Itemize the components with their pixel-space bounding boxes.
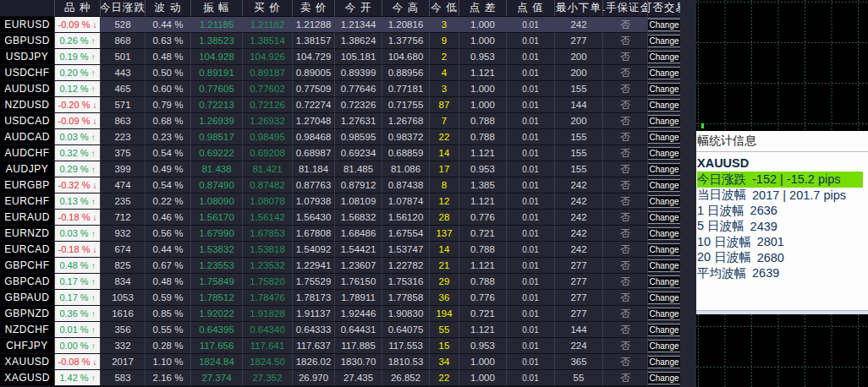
margin-cell: 55	[555, 370, 603, 386]
table-row[interactable]: USDCHF 0.20 %↑ 443 0.50 % 0.89191 0.8918…	[0, 65, 680, 81]
change-chart-button[interactable]: Change	[648, 324, 680, 336]
change-chart-button[interactable]: Change	[648, 259, 680, 272]
trend-arrow-icon: ↑	[91, 277, 96, 286]
table-row[interactable]: GBPCHF 0.48 %↑ 825 0.67 % 1.23553 1.2353…	[0, 258, 680, 274]
kline-cell: Change	[648, 226, 680, 242]
tradeable-cell: 否	[603, 226, 648, 242]
tradeable-cell: 否	[603, 306, 648, 322]
spread-cell: 87	[430, 97, 459, 113]
kline-cell: Change	[648, 161, 680, 177]
stat-label: 10 日波幅	[697, 234, 751, 250]
min-order-cell: 0.01	[507, 177, 555, 194]
high-cell: 0.89399	[335, 65, 382, 81]
spread-cell: 22	[430, 370, 459, 386]
margin-cell: 155	[555, 145, 603, 161]
high-cell: 27.435	[335, 370, 382, 386]
spread-cell: 17	[430, 161, 459, 177]
change-chart-button[interactable]: Change	[648, 275, 680, 288]
change-chart-button[interactable]: Change	[648, 99, 680, 112]
min-order-cell: 0.01	[507, 33, 555, 49]
change-chart-button[interactable]: Change	[648, 292, 680, 304]
table-row[interactable]: EURUSD -0.09 %↓ 528 0.44 % 1.21185 1.211…	[0, 17, 680, 33]
ask-price-cell: 0.69208	[243, 145, 293, 161]
bid-price-cell: 1.08090	[191, 194, 243, 210]
min-order-cell: 0.01	[507, 338, 555, 354]
margin-cell: 277	[555, 258, 603, 274]
change-chart-button[interactable]: Change	[648, 51, 680, 63]
change-value: 0.00 %	[59, 341, 88, 351]
trend-arrow-icon: ↑	[91, 165, 96, 174]
change-chart-button[interactable]: Change	[648, 19, 680, 31]
table-row[interactable]: NZDUSD -0.20 %↓ 571 0.79 % 0.72213 0.721…	[0, 97, 680, 113]
amplitude-cell: 0.50 %	[146, 65, 191, 81]
change-chart-button[interactable]: Change	[648, 147, 680, 160]
ask-price-cell: 0.89187	[243, 65, 293, 81]
change-chart-button[interactable]: Change	[648, 67, 680, 79]
table-row[interactable]: GBPCAD 0.17 %↑ 834 0.48 % 1.75849 1.7582…	[0, 274, 680, 290]
tradeable-cell: 否	[603, 129, 648, 145]
change-chart-button[interactable]: Change	[648, 179, 680, 192]
spread-cell: 28	[430, 210, 459, 226]
table-row[interactable]: USDJPY 0.19 %↑ 501 0.48 % 104.928 104.92…	[0, 49, 680, 65]
amplitude-cell: 0.59 %	[146, 290, 191, 306]
change-chart-button[interactable]: Change	[648, 243, 680, 256]
tradeable-cell: 否	[603, 177, 648, 194]
tradeable-cell: 否	[603, 81, 648, 97]
low-cell: 1.56120	[382, 210, 430, 226]
table-row[interactable]: EURGBP -0.32 %↓ 474 0.54 % 0.87490 0.874…	[0, 177, 680, 194]
change-chart-button[interactable]: Change	[648, 115, 680, 128]
table-row[interactable]: GBPNZD 0.36 %↑ 1616 0.85 % 1.92022 1.918…	[0, 306, 680, 322]
change-chart-button[interactable]: Change	[648, 163, 680, 176]
change-chart-button[interactable]: Change	[648, 372, 680, 384]
symbol-cell: CHFJPY	[0, 338, 55, 354]
table-row[interactable]: AUDUSD 0.12 %↑ 465 0.60 % 0.77605 0.7760…	[0, 81, 680, 97]
change-chart-button[interactable]: Change	[648, 35, 680, 47]
change-value: -0.20 %	[58, 100, 91, 110]
ask-price-cell: 1.91828	[243, 306, 293, 322]
symbol-cell: USDJPY	[0, 49, 55, 65]
table-row[interactable]: XAGUSD 1.42 %↑ 583 2.16 % 27.374 27.352 …	[0, 370, 680, 386]
kline-cell: Change	[648, 177, 680, 194]
change-chart-button[interactable]: Change	[648, 83, 680, 95]
stat-value: -152 | -15.2 pips	[752, 172, 841, 186]
change-chart-button[interactable]: Change	[648, 211, 680, 224]
change-chart-button[interactable]: Change	[648, 340, 680, 352]
column-header: 今 高	[382, 0, 430, 17]
change-chart-button[interactable]: Change	[648, 308, 680, 320]
table-row[interactable]: NZDCHF 0.01 %↑ 356 0.55 % 0.64395 0.6434…	[0, 322, 680, 338]
change-chart-button[interactable]: Change	[648, 131, 680, 144]
low-cell: 0.88956	[382, 65, 430, 81]
table-row[interactable]: EURCHF 0.13 %↑ 235 0.22 % 1.08090 1.0807…	[0, 194, 680, 210]
kline-cell: Change	[648, 370, 680, 386]
volatility-cell: 399	[101, 161, 146, 177]
daily-change-cell: 0.19 %↑	[55, 49, 101, 65]
table-row[interactable]: EURAUD -0.18 %↓ 712 0.46 % 1.56170 1.561…	[0, 210, 680, 226]
table-row[interactable]: CHFJPY 0.00 %↑ 332 0.28 % 117.656 117.64…	[0, 338, 680, 354]
table-row[interactable]: EURCAD -0.18 %↓ 674 0.44 % 1.53832 1.538…	[0, 242, 680, 258]
table-row[interactable]: USDCAD -0.09 %↓ 863 0.68 % 1.26939 1.269…	[0, 113, 680, 129]
open-cell: 104.729	[293, 49, 335, 65]
daily-change-cell: 0.03 %↑	[55, 226, 101, 242]
symbol-cell: USDCAD	[0, 113, 55, 129]
margin-cell: 277	[555, 290, 603, 306]
change-chart-button[interactable]: Change	[648, 195, 680, 208]
stat-line: 5 日波幅 2439	[697, 219, 868, 235]
open-cell: 81.184	[293, 161, 335, 177]
symbol-cell: GBPAUD	[0, 290, 55, 306]
table-row[interactable]: XAUUSD -0.08 %↓ 2017 1.10 % 1824.84 1824…	[0, 354, 680, 370]
table-row[interactable]: AUDJPY 0.29 %↑ 399 0.49 % 81.438 81.421 …	[0, 161, 680, 177]
table-chart-gutter	[680, 0, 696, 387]
change-chart-button[interactable]: Change	[648, 227, 680, 240]
min-order-cell: 0.01	[507, 242, 555, 258]
table-row[interactable]: GBPUSD 0.26 %↑ 868 0.63 % 1.38523 1.3851…	[0, 33, 680, 49]
low-cell: 0.77181	[382, 81, 430, 97]
high-cell: 1.23607	[335, 258, 382, 274]
table-row[interactable]: GBPAUD 0.17 %↑ 1053 0.59 % 1.78512 1.784…	[0, 290, 680, 306]
amplitude-cell: 0.56 %	[146, 226, 191, 242]
table-row[interactable]: AUDCHF 0.32 %↑ 375 0.54 % 0.69222 0.6920…	[0, 145, 680, 161]
table-row[interactable]: EURNZD 0.03 %↑ 932 0.56 % 1.67990 1.6785…	[0, 226, 680, 242]
table-row[interactable]: AUDCAD 0.03 %↑ 223 0.23 % 0.98517 0.9849…	[0, 129, 680, 145]
point-value-cell: 1.121	[459, 65, 507, 81]
change-chart-button[interactable]: Change	[648, 356, 680, 368]
high-cell: 1830.70	[335, 354, 382, 370]
